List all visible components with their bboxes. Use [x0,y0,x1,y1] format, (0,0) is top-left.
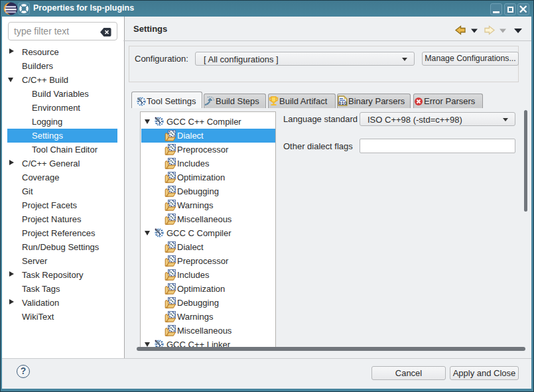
svg-text:010: 010 [338,100,347,106]
